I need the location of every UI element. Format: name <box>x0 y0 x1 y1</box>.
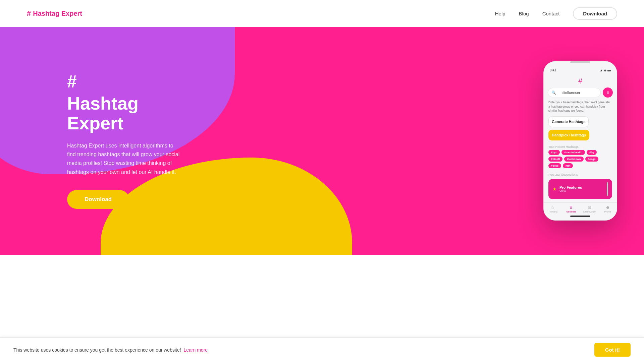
nav-generate-label: Generate <box>566 210 576 213</box>
tag-mentalhealth: #mentalhealth <box>561 150 585 155</box>
app-logo-icon: # <box>578 77 582 85</box>
logo[interactable]: # Hashtag Expert <box>27 9 82 18</box>
home-indicator <box>570 216 590 217</box>
search-value: #influencer <box>562 90 580 95</box>
logo-text: Hashtag Expert <box>33 10 82 17</box>
phone-body: # 🔍 #influencer ≡ Enter your base hashta… <box>544 73 617 220</box>
trending-icon: ☆ <box>551 205 555 210</box>
phone-time: 9:41 <box>550 68 556 72</box>
nav-trending[interactable]: ☆ Trending <box>544 205 562 213</box>
hash-icon: # <box>27 9 31 18</box>
tag-picoft: #picoft <box>548 157 562 162</box>
app-search-field[interactable]: 🔍 #influencer <box>548 88 601 97</box>
learn-icon: ⊟ <box>588 205 591 210</box>
tag-lockdown: #lockdown <box>564 157 583 162</box>
filter-button[interactable]: ≡ <box>603 87 613 98</box>
generate-icon: # <box>570 205 572 210</box>
handpick-hashtags-button[interactable]: Handpick Hashtags <box>548 130 589 140</box>
phone-notch <box>570 61 590 63</box>
hero-description: Hashtag Expert uses intelligent algorith… <box>67 141 181 177</box>
tag-nyc: #nyc <box>548 150 560 155</box>
tag-csgo: #csgo <box>585 157 598 162</box>
tag-fig: #fig <box>587 150 597 155</box>
hero-section: # Hashtag Expert Hashtag Expert uses int… <box>0 27 644 255</box>
nav-links: Help Blog Contact Download <box>495 7 617 20</box>
recent-tags: #nyc #mentalhealth #fig #picoft #lockdow… <box>544 150 617 171</box>
nav-profile[interactable]: ☻ Profile <box>599 205 617 213</box>
nav-trending-label: Trending <box>548 210 557 213</box>
phone-frame: 9:41 ▲ ◈ ▬ # 🔍 #influencer ≡ Enter your … <box>543 61 617 221</box>
nav-learn[interactable]: ⊟ Learn/Grow <box>580 205 599 213</box>
app-bottom-nav: ☆ Trending # Generate ⊟ Learn/Grow ☻ Pro… <box>544 202 617 214</box>
nav-help[interactable]: Help <box>495 11 505 16</box>
hero-hash-icon: # <box>67 73 181 90</box>
app-hint-text: Enter your base hashtags, then we'll gen… <box>544 100 617 116</box>
phone-status-bar: 9:41 ▲ ◈ ▬ <box>544 65 617 73</box>
nav-download-button[interactable]: Download <box>573 7 617 20</box>
tag-tbt: #tbt <box>563 163 573 168</box>
app-search-row: 🔍 #influencer ≡ <box>544 87 617 100</box>
tag-ootd: #ootd <box>548 163 561 168</box>
star-icon: ★ <box>552 186 557 192</box>
nav-learn-label: Learn/Grow <box>583 210 596 213</box>
search-icon: 🔍 <box>551 90 556 95</box>
personal-suggestions-label: Personal Suggestions <box>544 171 617 178</box>
hero-title: Hashtag Expert <box>67 94 181 133</box>
navbar: # Hashtag Expert Help Blog Contact Downl… <box>0 0 644 27</box>
phone-icons: ▲ ◈ ▬ <box>600 68 611 72</box>
generate-hashtags-button[interactable]: Generate Hashtags <box>548 116 589 127</box>
hero-download-button[interactable]: Download <box>67 190 129 209</box>
scroll-indicator <box>607 182 608 196</box>
nav-contact[interactable]: Contact <box>542 11 560 16</box>
nav-generate[interactable]: # Generate <box>562 205 581 213</box>
nav-blog[interactable]: Blog <box>519 11 529 16</box>
pro-title: Pro Features <box>559 185 582 189</box>
app-header: # <box>544 73 617 87</box>
pro-features-banner[interactable]: ★ Pro Features View <box>548 179 612 199</box>
profile-icon: ☻ <box>605 205 610 210</box>
hero-content: # Hashtag Expert Hashtag Expert uses int… <box>0 46 208 236</box>
nav-profile-label: Profile <box>604 210 611 213</box>
recent-hashtags-label: Your Recent Hashtags <box>544 143 617 150</box>
phone-mockup: 9:41 ▲ ◈ ▬ # 🔍 #influencer ≡ Enter your … <box>543 61 617 221</box>
pro-text: Pro Features View <box>559 185 582 193</box>
pro-view-label: View <box>559 189 582 193</box>
